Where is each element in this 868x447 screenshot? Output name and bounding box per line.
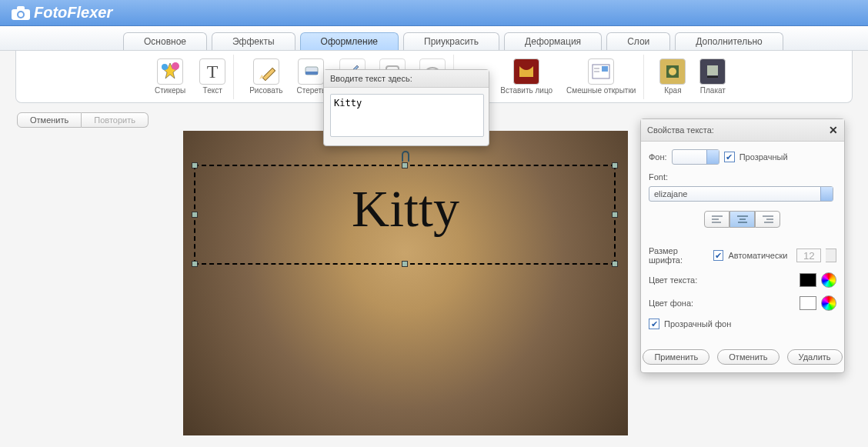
app-logo: FotoFlexer xyxy=(11,4,112,22)
history-row: Отменить Повторить xyxy=(17,112,171,128)
svg-rect-1 xyxy=(17,6,25,11)
main-tabs: Основное Эффекты Оформление Приукрасить … xyxy=(0,26,868,51)
app-header: FotoFlexer xyxy=(0,0,868,26)
insert-face-button[interactable]: Вставить лицо xyxy=(500,58,553,95)
font-label: Font: xyxy=(649,172,836,182)
stickers-icon xyxy=(157,58,183,85)
text-icon: T xyxy=(199,58,225,85)
pencil-icon xyxy=(253,58,279,85)
stickers-button[interactable]: Стикеры xyxy=(155,58,185,95)
align-right-button[interactable] xyxy=(755,211,780,228)
poster-button[interactable]: Плакат xyxy=(699,58,726,95)
font-value: elizajane xyxy=(654,189,687,198)
font-size-stepper[interactable] xyxy=(826,249,836,262)
svg-rect-10 xyxy=(305,72,318,75)
text-color-swatch[interactable] xyxy=(800,273,816,287)
text-input-title: Вводите текст здесь: xyxy=(324,70,489,88)
props-title: Свойства текста: xyxy=(647,125,714,135)
canvas-text[interactable]: Kitty xyxy=(183,178,628,239)
tab-effects[interactable]: Эффекты xyxy=(212,32,295,50)
text-button[interactable]: T Текст xyxy=(199,58,225,95)
text-label: Текст xyxy=(203,86,222,95)
transparent-bg-label: Прозрачный фон xyxy=(664,319,731,329)
stickers-label: Стикеры xyxy=(155,86,185,95)
bg-select[interactable] xyxy=(672,149,719,165)
text-color-picker[interactable] xyxy=(821,272,836,288)
font-size-input[interactable] xyxy=(796,249,821,262)
insert-face-label: Вставить лицо xyxy=(500,86,553,95)
eraser-icon xyxy=(298,58,324,85)
bg-label: Фон: xyxy=(649,152,667,162)
handle-n[interactable] xyxy=(402,162,408,168)
poster-label: Плакат xyxy=(700,86,726,95)
text-properties-panel: Свойства текста: ✕ Фон: ✔ Прозрачный Fon… xyxy=(640,118,845,373)
auto-size-checkbox[interactable]: ✔ xyxy=(713,250,724,261)
svg-rect-7 xyxy=(262,68,275,80)
auto-label: Автоматически xyxy=(728,251,787,260)
svg-rect-21 xyxy=(707,76,718,78)
handle-s[interactable] xyxy=(402,261,408,267)
size-label: Размер шрифта: xyxy=(649,246,709,265)
postcards-button[interactable]: Смешные открытки xyxy=(566,58,636,95)
draw-label: Рисовать xyxy=(249,86,282,95)
bg-color-picker[interactable] xyxy=(821,295,836,311)
postcard-icon xyxy=(588,58,614,85)
edges-button[interactable]: Края xyxy=(659,58,686,95)
apply-button[interactable]: Применить xyxy=(643,349,709,365)
align-center-button[interactable] xyxy=(729,211,755,228)
cancel-button[interactable]: Отменить xyxy=(717,349,779,365)
delete-button[interactable]: Удалить xyxy=(787,349,843,365)
tab-basic[interactable]: Основное xyxy=(123,32,207,50)
tab-advanced[interactable]: Дополнительно xyxy=(675,32,783,50)
redo-button[interactable]: Повторить xyxy=(82,112,149,128)
handle-sw[interactable] xyxy=(192,261,198,267)
svg-rect-20 xyxy=(707,65,718,75)
text-input-field[interactable] xyxy=(330,94,484,137)
rotate-handle[interactable] xyxy=(402,151,409,162)
draw-button[interactable]: Рисовать xyxy=(249,58,282,95)
close-icon[interactable]: ✕ xyxy=(829,124,838,136)
svg-point-3 xyxy=(18,12,23,17)
theater-icon xyxy=(513,58,539,85)
text-color-label: Цвет текста: xyxy=(649,275,710,285)
text-input-popup: Вводите текст здесь: xyxy=(323,69,489,146)
camera-icon xyxy=(11,5,31,21)
font-select[interactable]: elizajane xyxy=(649,186,833,202)
tab-layers[interactable]: Слои xyxy=(606,32,670,50)
postcards-label: Смешные открытки xyxy=(566,86,636,95)
handle-nw[interactable] xyxy=(192,162,198,168)
align-left-button[interactable] xyxy=(704,211,729,228)
bg-color-swatch[interactable] xyxy=(800,296,816,310)
tab-distort[interactable]: Деформация xyxy=(504,32,602,50)
erase-button[interactable]: Стереть xyxy=(296,58,326,95)
frame-icon xyxy=(659,58,686,85)
tab-beautify[interactable]: Приукрасить xyxy=(403,32,499,50)
handle-ne[interactable] xyxy=(612,162,618,168)
svg-rect-15 xyxy=(602,66,608,72)
tab-decorate[interactable]: Оформление xyxy=(300,32,399,50)
transparent-bg-checkbox[interactable]: ✔ xyxy=(649,319,659,329)
svg-point-5 xyxy=(172,62,179,70)
handle-se[interactable] xyxy=(612,261,618,267)
svg-point-6 xyxy=(162,64,168,70)
svg-point-19 xyxy=(669,68,676,75)
edges-label: Края xyxy=(664,86,681,95)
transparent-label: Прозрачный xyxy=(739,152,788,162)
erase-label: Стереть xyxy=(296,86,326,95)
app-name: FotoFlexer xyxy=(34,4,112,22)
bg-color-label: Цвет фона: xyxy=(649,299,710,308)
transparent-checkbox[interactable]: ✔ xyxy=(724,152,735,162)
undo-button[interactable]: Отменить xyxy=(17,112,82,128)
canvas[interactable]: Kitty xyxy=(183,131,628,435)
poster-icon xyxy=(699,58,726,85)
